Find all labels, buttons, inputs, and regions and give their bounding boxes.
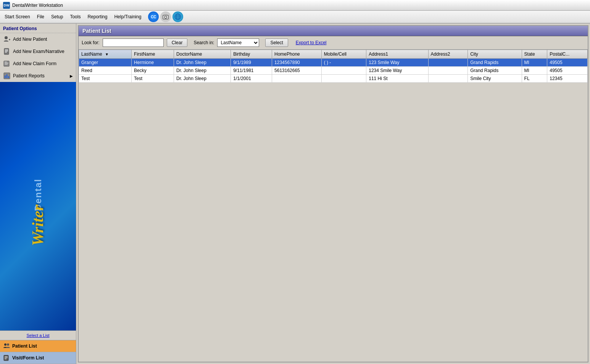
sidebar-add-new-exam[interactable]: Add New Exam/Narrative — [0, 45, 76, 58]
table-cell: 5613162665 — [272, 67, 322, 75]
col-header-city[interactable]: City — [468, 50, 522, 59]
col-header-lastname[interactable]: LastName ▼ — [79, 50, 132, 59]
visit-form-list-tab-label: Visit/Form List — [12, 355, 44, 361]
svg-point-23 — [4, 343, 6, 346]
search-in-label: Search in: — [193, 40, 214, 45]
add-new-patient-label: Add New Patient — [13, 37, 47, 42]
patient-table: LastName ▼ FirstName DoctorName Birthday… — [79, 50, 588, 83]
look-for-label: Look for: — [82, 40, 100, 45]
menu-reporting[interactable]: Reporting — [84, 13, 110, 21]
sidebar-add-new-patient[interactable]: Add New Patient — [0, 33, 76, 45]
panel-toolbar: Look for: Clear Search in: LastName Firs… — [79, 36, 588, 50]
title-bar: DW DentalWriter Workstation — [0, 0, 590, 11]
sidebar-bottom: Patient List Visit/Form List — [0, 340, 76, 364]
patient-reports-arrow: ▶ — [70, 74, 73, 78]
table-cell: MI — [522, 59, 547, 67]
col-header-homephone[interactable]: HomePhone — [272, 50, 322, 59]
col-header-mobilecell[interactable]: Mobile/Cell — [321, 50, 366, 59]
cross-code-button[interactable]: CC — [148, 11, 159, 22]
table-row[interactable]: TestTestDr. John Sleep1/1/2001111 Hi StS… — [79, 75, 588, 83]
col-header-state[interactable]: State — [522, 50, 547, 59]
table-cell: Becky — [132, 67, 174, 75]
app-title: DentalWriter Workstation — [12, 3, 63, 8]
add-exam-icon — [3, 48, 11, 55]
look-for-input[interactable] — [103, 38, 164, 47]
visit-form-list-tab[interactable]: Visit/Form List — [0, 352, 76, 364]
table-cell: 12345 — [547, 75, 588, 83]
svg-rect-13 — [5, 51, 8, 51]
table-cell: ( ) - — [321, 59, 366, 67]
patient-list-tab-label: Patient List — [12, 343, 37, 349]
svg-rect-18 — [5, 64, 8, 64]
table-cell: 1/1/2001 — [231, 75, 272, 83]
table-cell: 111 Hi St — [366, 75, 428, 83]
add-claim-icon — [3, 60, 11, 67]
svg-point-24 — [7, 343, 9, 346]
col-header-address2[interactable]: Address2 — [428, 50, 468, 59]
table-cell: MI — [522, 67, 547, 75]
menu-help-training[interactable]: Help/Training — [111, 13, 144, 21]
svg-rect-11 — [4, 48, 9, 55]
app-logo: DW — [3, 2, 10, 9]
svg-rect-21 — [6, 74, 8, 78]
table-cell — [321, 67, 366, 75]
table-cell: 49505 — [547, 59, 588, 67]
menu-tools[interactable]: Tools — [67, 13, 84, 21]
add-patient-icon — [3, 35, 11, 43]
table-row[interactable]: ReedBeckyDr. John Sleep9/11/198156131626… — [79, 67, 588, 75]
sidebar: Patient Options Add New Patient — [0, 24, 76, 364]
sidebar-patient-reports[interactable]: Patient Reports ▶ — [0, 70, 76, 82]
sidebar-logo: Dental Writer — [0, 82, 76, 330]
table-cell: Granger — [79, 59, 132, 67]
search-in-select[interactable]: LastName FirstName Birthday HomePhone — [217, 38, 259, 47]
table-cell: Grand Rapids — [468, 67, 522, 75]
add-new-claim-label: Add New Claim Form — [13, 61, 56, 66]
col-header-firstname[interactable]: FirstName — [132, 50, 174, 59]
select-list-link[interactable]: Select a List — [0, 330, 76, 340]
menu-bar: Start Screen File Setup Tools Reporting … — [0, 11, 590, 24]
svg-point-8 — [5, 36, 8, 39]
table-cell — [428, 67, 468, 75]
export-to-excel-link[interactable]: Export to Excel — [296, 40, 327, 45]
col-header-address1[interactable]: Address1 — [366, 50, 428, 59]
table-cell: 9/1/1989 — [231, 59, 272, 67]
table-cell: Dr. John Sleep — [174, 67, 231, 75]
table-cell: Hermione — [132, 59, 174, 67]
table-row[interactable]: GrangerHermioneDr. John Sleep9/1/1989123… — [79, 59, 588, 67]
select-button[interactable]: Select — [265, 38, 288, 47]
table-cell: Test — [132, 75, 174, 83]
col-header-doctorname[interactable]: DoctorName — [174, 50, 231, 59]
svg-rect-26 — [5, 356, 8, 357]
camera-button[interactable] — [160, 11, 171, 22]
table-cell: Test — [79, 75, 132, 83]
svg-rect-12 — [5, 50, 8, 50]
svg-rect-10 — [9, 39, 10, 40]
clear-button[interactable]: Clear — [167, 38, 188, 47]
main-layout: Patient Options Add New Patient — [0, 24, 590, 364]
table-cell — [321, 75, 366, 83]
col-header-postalcode[interactable]: PostalC... — [547, 50, 588, 59]
table-cell: Grand Rapids — [468, 59, 522, 67]
patient-options-header: Patient Options — [0, 24, 76, 33]
menu-file[interactable]: File — [34, 13, 47, 21]
table-header-row: LastName ▼ FirstName DoctorName Birthday… — [79, 50, 588, 59]
sidebar-add-new-claim[interactable]: Add New Claim Form — [0, 58, 76, 70]
table-cell: 49505 — [547, 67, 588, 75]
col-header-birthday[interactable]: Birthday — [231, 50, 272, 59]
patient-list-tab-icon — [3, 343, 10, 350]
table-cell — [272, 75, 322, 83]
patient-list-tab[interactable]: Patient List — [0, 340, 76, 352]
globe-button[interactable] — [172, 11, 183, 22]
patient-table-wrapper: LastName ▼ FirstName DoctorName Birthday… — [79, 50, 588, 362]
table-cell: 1234567890 — [272, 59, 322, 67]
table-cell: 123 Smile Way — [366, 59, 428, 67]
svg-rect-14 — [5, 52, 7, 53]
svg-rect-16 — [5, 62, 7, 62]
sort-arrow-lastname: ▼ — [105, 52, 109, 56]
svg-rect-22 — [8, 76, 9, 78]
logo-writer-text: Writer — [29, 205, 47, 246]
table-cell: 1234 Smile Way — [366, 67, 428, 75]
menu-setup[interactable]: Setup — [48, 13, 66, 21]
svg-rect-17 — [5, 63, 8, 63]
menu-start-screen[interactable]: Start Screen — [2, 13, 33, 21]
